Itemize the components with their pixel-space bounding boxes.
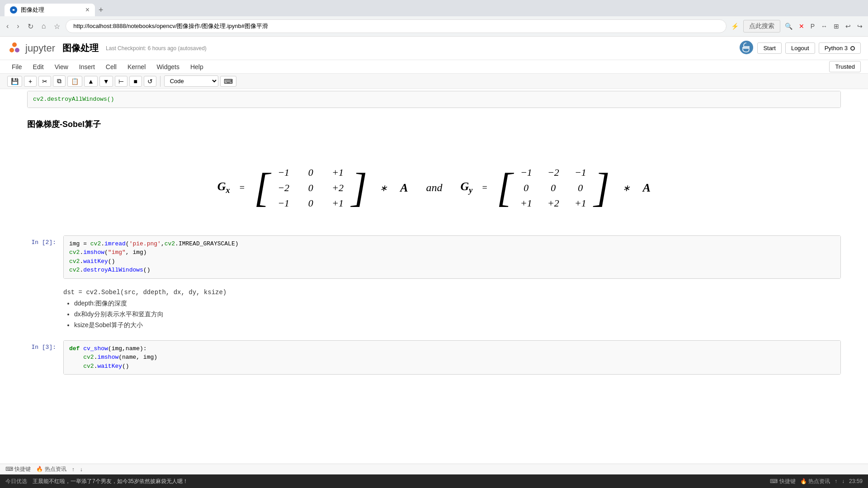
img-var: img = [69,240,90,247]
gy-11: 0 [540,182,567,194]
zoom-btn[interactable]: 🔍 [783,21,794,32]
cut-btn[interactable]: ✂ [38,76,51,87]
imshow-func: imshow [83,249,104,256]
notebook-title[interactable]: 图像处理 [62,42,99,54]
paste-btn[interactable]: 📋 [67,76,82,87]
up-arrow[interactable]: ↑ [72,466,75,473]
active-tab[interactable]: 图像处理 × [5,4,95,16]
param-list: ddepth:图像的深度 dx和dy分别表示水平和竖直方向 ksize是Sobe… [63,300,841,329]
reload-button[interactable]: ↻ [25,20,36,33]
cv2-6: cv2 [83,354,94,361]
imread-grayscale: IMREAD_GRAYSCALE [179,240,235,247]
cv2-imread: cv2 [90,240,101,247]
cvshow-func: cv_show [83,345,108,352]
menu-insert[interactable]: Insert [75,61,99,72]
menu-kernel[interactable]: Kernel [123,61,150,72]
tab-favicon [10,6,17,14]
cell2-input[interactable]: img = cv2.imread('pie.png',cv2.IMREAD_GR… [64,236,840,278]
cell3-prompt: In [3]: [27,340,63,351]
destroyall-func: destroyAllWindows [83,267,143,273]
bookmark-button[interactable]: ☆ [51,20,63,33]
times-2: ∗ [623,183,630,193]
gy-01: −2 [540,167,567,178]
gy-20: +1 [513,197,540,209]
move-up-btn[interactable]: ▲ [84,76,98,87]
extensions-btn[interactable]: ⚡ [729,21,741,32]
jupyter-status-bar: ⌨ 快捷键 🔥 热点资讯 ↑ ↓ [0,464,868,474]
stop-btn[interactable]: ■ [129,76,142,87]
waitkey-func: waitKey [83,258,108,265]
sync-btn[interactable]: ↔ [819,21,829,32]
search-btn[interactable]: 点此搜索 [743,20,780,33]
cell3-line1: def cv_show(img,name): [69,344,835,353]
taskbar-icons: ⌨ 快捷键 🔥 热点资讯 ↑ ↓ [770,478,844,485]
jupyter-logo-icon [7,41,22,56]
status-text: ⌨ 快捷键 [5,465,31,473]
start-button[interactable]: Start [757,42,781,54]
cell2-line4: cv2.destroyAllWindows() [69,266,835,275]
move-down-btn[interactable]: ▼ [99,76,113,87]
svg-point-1 [12,42,17,47]
indent2 [69,363,83,370]
close-btn[interactable]: ✕ [797,21,806,32]
def-keyword: def [69,345,83,352]
menu-edit[interactable]: Edit [28,61,48,72]
forward-hist-btn[interactable]: ↪ [855,21,864,32]
section-title: 图像梯度-Sobel算子 [27,119,841,130]
svg-point-2 [15,48,19,52]
gx-01: 0 [297,167,324,178]
comma2: , img) [126,249,147,256]
kernel-name: Python 3 [825,45,848,52]
left-bracket-2: [ [497,172,513,204]
python-logo-icon [739,40,754,55]
menu-file[interactable]: File [7,61,27,72]
copy-btn[interactable]: ⧉ [53,75,66,87]
home-button[interactable]: ⌂ [39,20,49,32]
gx-00: −1 [270,167,297,178]
cv2-7: cv2 [83,363,94,370]
notif-content: 王晨能不红啦，一举添了7个男友，如今35岁依然披麻袋无人嗯！ [33,478,188,485]
history-btn[interactable]: ↩ [844,21,853,32]
and-separator: and [426,182,443,194]
tab-close-btn[interactable]: × [85,6,90,14]
trusted-button[interactable]: Trusted [829,61,861,72]
cell-type-select[interactable]: Code Markdown Raw NBConvert Heading [164,75,218,87]
step-btn[interactable]: ⊢ [115,76,127,87]
gx-12: +2 [324,182,351,194]
save-btn[interactable]: 💾 [7,76,22,87]
cell2-line2: cv2.imshow("img", img) [69,248,835,257]
cell2-body[interactable]: img = cv2.imread('pie.png',cv2.IMREAD_GR… [63,235,841,279]
cv2-4: cv2 [69,258,80,265]
cell3-body[interactable]: def cv_show(img,name): cv2.imshow(name, … [63,340,841,375]
left-bracket-1: [ [254,172,270,204]
menu-widgets[interactable]: Widgets [152,61,184,72]
profile-btn[interactable]: P [809,21,816,32]
paren1: ( [126,240,129,247]
new-tab-button[interactable]: + [95,5,107,15]
gy-21: +2 [540,197,567,209]
menu-view[interactable]: View [50,61,73,72]
cell3-input[interactable]: def cv_show(img,name): cv2.imshow(name, … [64,341,840,375]
gy-sub: y [469,186,472,195]
menu-cell[interactable]: Cell [101,61,121,72]
toolbar-separator [160,76,160,87]
forward-button[interactable]: › [14,20,22,32]
keyboard-shortcuts-btn[interactable]: ⌨ [220,76,236,87]
back-button[interactable]: ‹ [4,20,11,32]
prev-code-text: cv2.destroyAllWindows() [33,96,114,103]
add-cell-btn[interactable]: + [24,76,37,87]
apps-btn[interactable]: ⊞ [832,21,841,32]
logout-button[interactable]: Logout [785,42,815,54]
tab-title: 图像处理 [21,6,44,14]
gx-21: 0 [297,197,324,209]
menu-help[interactable]: Help [186,61,208,72]
down-arrow[interactable]: ↓ [80,466,83,473]
restart-btn[interactable]: ↺ [144,76,156,87]
svg-point-3 [9,48,14,52]
kernel-status-indicator [850,46,855,51]
equals-1: = [239,183,245,193]
markdown-section: 图像梯度-Sobel算子 [0,112,868,144]
cell3-line2: cv2.imshow(name, img) [69,353,835,362]
clock: 23:59 [849,478,863,484]
address-bar[interactable]: http://localhost:8888/notebooks/opencv/图… [66,19,726,33]
